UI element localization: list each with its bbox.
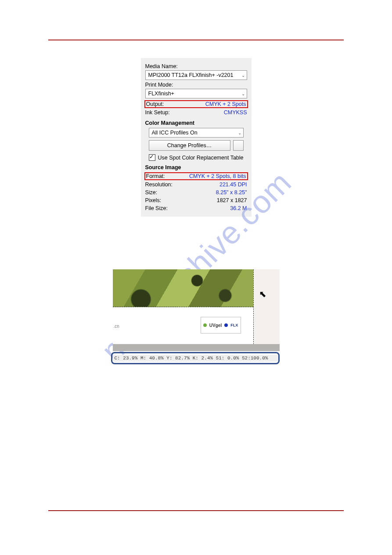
media-name-value: MPI2000 TT12a FLXfinish+ -v2201 (148, 72, 234, 78)
inksetup-value: CMYKSS (224, 109, 247, 116)
resolution-value: 221.45 DPI (219, 181, 247, 188)
inksetup-label: Ink Setup: (145, 109, 170, 116)
uvgel-logo: UVgel (209, 323, 222, 328)
filesize-label: File Size: (145, 205, 168, 211)
chevron-down-icon: ⌄ (241, 91, 245, 96)
pixels-label: Pixels: (145, 197, 162, 203)
settings-panel: Media Name: MPI2000 TT12a FLXfinish+ -v2… (141, 58, 252, 217)
spot-color-checkbox-row[interactable]: Use Spot Color Replacement Table (149, 154, 244, 161)
inksetup-row: Ink Setup: CMYKSS (145, 109, 247, 116)
resolution-label: Resolution: (145, 181, 173, 188)
dot-icon (224, 323, 228, 327)
format-value: CMYK + 2 Spots, 8 bits (189, 173, 246, 179)
icc-profiles-value: All ICC Profiles On (152, 130, 198, 136)
size-value: 8.25" x 8.25" (216, 189, 247, 196)
pixels-row: Pixels: 1827 x 1827 (145, 196, 247, 204)
dot-icon (203, 323, 207, 327)
top-divider (48, 40, 344, 40)
size-row: Size: 8.25" x 8.25" (145, 189, 247, 196)
change-profiles-button[interactable]: Change Profiles… (149, 140, 230, 151)
print-mode-dropdown[interactable]: FLXfinish+ ⌄ (145, 89, 247, 98)
bottom-divider (48, 510, 344, 511)
change-profiles-label: Change Profiles… (167, 142, 212, 149)
canvas-area: .cn UVgel FLX ⬉ (113, 269, 280, 351)
logo-box: UVgel FLX (201, 317, 241, 334)
source-image-header: Source Image (145, 164, 247, 170)
output-row: Output: CMYK + 2 Spots (144, 100, 248, 108)
resolution-row: Resolution: 221.45 DPI (145, 181, 247, 189)
pixels-value: 1827 x 1827 (217, 197, 247, 203)
print-mode-label: Print Mode: (145, 82, 247, 88)
print-mode-value: FLXfinish+ (148, 91, 174, 97)
preview-screenshot: .cn UVgel FLX ⬉ C: 23.9% M: 40.8% Y: 82.… (113, 269, 280, 362)
filesize-value: 36.2 M (230, 205, 247, 211)
chevron-down-icon: ⌄ (238, 131, 241, 135)
checkbox-checked-icon (149, 154, 155, 161)
media-name-dropdown[interactable]: MPI2000 TT12a FLXfinish+ -v2201 ⌄ (145, 70, 247, 80)
cursor-icon: ⬉ (259, 289, 266, 299)
color-values-status: C: 23.9% M: 40.8% Y: 82.7% K: 2.4% S1: 0… (113, 355, 280, 362)
document-preview: .cn UVgel FLX (113, 269, 254, 345)
leaf-image (113, 269, 253, 307)
profiles-options-button[interactable] (233, 140, 244, 151)
format-label: Format: (146, 173, 165, 179)
flx-logo: FLX (230, 323, 238, 327)
format-row: Format: CMYK + 2 Spots, 8 bits (144, 172, 248, 180)
chevron-down-icon: ⌄ (241, 73, 245, 78)
color-management-header: Color Management (145, 120, 247, 126)
filesize-row: File Size: 36.2 M (145, 204, 247, 212)
output-value: CMYK + 2 Spots (205, 101, 246, 107)
icc-profiles-dropdown[interactable]: All ICC Profiles On ⌄ (149, 128, 244, 138)
cn-text: .cn (114, 324, 119, 329)
output-label: Output: (146, 101, 164, 107)
size-label: Size: (145, 189, 158, 196)
media-name-label: Media Name: (145, 63, 247, 69)
spot-color-label: Use Spot Color Replacement Table (158, 155, 244, 161)
